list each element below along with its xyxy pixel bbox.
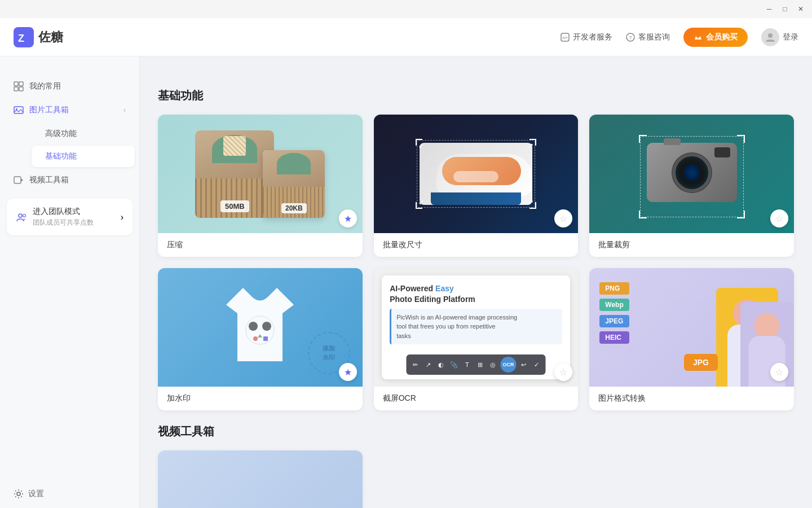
video-icon [14, 175, 24, 185]
svg-point-20 [249, 322, 258, 331]
close-button[interactable]: ✕ [794, 2, 807, 16]
card-video-1[interactable] [158, 450, 363, 508]
compress-small-img: 20KB [263, 150, 325, 218]
card-watermark[interactable]: 添加水印 ★ 加水印 [158, 268, 363, 410]
ocr-tool-clip: 📎 [448, 359, 460, 370]
compress-big-img: 50MB [195, 130, 274, 218]
titlebar: ─ □ ✕ [0, 0, 812, 18]
ocr-tool-arrow: ↗ [422, 359, 434, 370]
card-compress-image: 50MB 20KB ★ [158, 115, 363, 233]
logo-text: 佐糖 [38, 29, 63, 46]
badge-webp: Webp [599, 299, 629, 311]
svg-rect-12 [14, 107, 23, 113]
help-icon: ? [626, 33, 635, 42]
ocr-tool-pen: ✏ [409, 359, 421, 370]
video-cards-grid [158, 450, 794, 508]
logo[interactable]: Z 佐糖 [14, 27, 63, 47]
card-crop-image: ☆ [589, 115, 794, 233]
format-star-btn[interactable]: ☆ [770, 363, 788, 381]
maximize-button[interactable]: □ [778, 2, 792, 16]
tshirt-svg [209, 277, 311, 378]
star-empty-icon: ☆ [559, 213, 567, 224]
watermark-label: 加水印 [158, 387, 363, 410]
compress-big-label: 50MB [220, 200, 249, 212]
svg-point-17 [23, 214, 26, 217]
card-compress[interactable]: 50MB 20KB ★ 压缩 [158, 115, 363, 257]
ocr-tool-blur: ◎ [487, 359, 498, 370]
watermark-text: 添加水印 [323, 344, 335, 362]
ocr-button[interactable]: OCR [500, 357, 516, 373]
crown-icon [694, 33, 703, 42]
ocr-tool-text: T [461, 359, 473, 370]
sidebar: 我的常用 图片工具箱 › 高级功能 基础功能 视频工具箱 [0, 18, 140, 508]
svg-point-13 [16, 108, 17, 110]
image-toolbox-icon [14, 105, 24, 115]
star-empty-icon: ☆ [559, 367, 567, 378]
ocr-title: AI-Powered EasyPhoto Editing Platform [390, 283, 562, 305]
header-nav: API 开发者服务 ? 客服咨询 会员购买 [561, 28, 798, 47]
app-body: Z 佐糖 API 开发者服务 ? 客服咨询 [0, 18, 812, 508]
basic-section-title: 基础功能 [158, 88, 794, 103]
api-icon: API [561, 33, 570, 42]
compress-small-label: 20KB [281, 203, 307, 213]
svg-marker-15 [21, 178, 23, 182]
sidebar-item-video-toolbox[interactable]: 视频工具箱 [0, 168, 139, 192]
sidebar-sub-menu: 高级功能 基础功能 [0, 122, 139, 168]
badge-jpeg: JPEG [599, 315, 629, 327]
sidebar-team-mode[interactable]: 进入团队模式 团队成员可共享点数 › [7, 199, 133, 235]
login-area[interactable]: 登录 [761, 28, 798, 46]
settings-icon [14, 489, 24, 499]
ocr-tool-grid: ⊞ [474, 359, 486, 370]
video-section-title: 视频工具箱 [158, 424, 794, 439]
sidebar-settings[interactable]: 设置 [0, 480, 139, 508]
user-icon [765, 32, 776, 43]
grid-icon [14, 81, 24, 91]
svg-rect-11 [19, 87, 23, 91]
card-watermark-image: 添加水印 ★ [158, 268, 363, 387]
card-crop[interactable]: ☆ 批量裁剪 [589, 115, 794, 257]
compress-label: 压缩 [158, 233, 363, 257]
minimize-button[interactable]: ─ [762, 2, 776, 16]
sidebar-item-advanced[interactable]: 高级功能 [32, 123, 135, 144]
svg-rect-14 [14, 177, 21, 183]
basic-cards-grid: 50MB 20KB ★ 压缩 [158, 115, 794, 410]
ocr-star-btn[interactable]: ☆ [554, 363, 572, 381]
card-video-1-image [158, 450, 363, 508]
watermark-star-btn[interactable]: ★ [339, 363, 357, 381]
team-icon [16, 212, 27, 223]
resize-label: 批量改尺寸 [374, 233, 579, 257]
star-empty-icon: ☆ [775, 213, 783, 224]
star-empty-icon: ☆ [775, 367, 783, 378]
ocr-tool-undo: ↩ [518, 359, 529, 370]
avatar [761, 28, 779, 46]
badge-png: PNG [599, 282, 629, 295]
ocr-tool-highlight: ◐ [435, 359, 447, 370]
sidebar-item-image-toolbox[interactable]: 图片工具箱 › [0, 98, 139, 122]
svg-text:API: API [562, 36, 568, 40]
card-resize-image: ↙ ↗ ↙ ↗ ☆ [374, 115, 579, 233]
card-format[interactable]: PNG Webp JPEG HEIC [589, 268, 794, 410]
ocr-tool-check: ✓ [531, 359, 542, 370]
badge-heic: HEIC [599, 331, 629, 344]
svg-text:?: ? [629, 35, 632, 41]
svg-rect-8 [14, 82, 18, 86]
sidebar-item-basic[interactable]: 基础功能 [32, 146, 135, 167]
svg-point-18 [17, 492, 20, 496]
svg-rect-10 [14, 87, 18, 91]
compress-star-btn[interactable]: ★ [339, 209, 357, 227]
card-ocr[interactable]: AI-Powered EasyPhoto Editing Platform Pi… [374, 268, 579, 410]
ocr-label: 截屏OCR [374, 387, 579, 410]
svg-rect-9 [19, 82, 23, 86]
card-resize[interactable]: ↙ ↗ ↙ ↗ ☆ 批量改尺寸 [374, 115, 579, 257]
developer-nav[interactable]: API 开发者服务 [561, 32, 612, 42]
vip-button[interactable]: 会员购买 [683, 28, 748, 47]
team-chevron-icon: › [121, 212, 123, 222]
format-label: 图片格式转换 [589, 387, 794, 410]
sidebar-item-my-common[interactable]: 我的常用 [0, 75, 139, 98]
svg-marker-6 [695, 36, 701, 40]
logo-icon: Z [14, 27, 34, 47]
support-nav[interactable]: ? 客服咨询 [626, 32, 670, 42]
svg-point-21 [262, 322, 271, 331]
svg-point-22 [253, 336, 258, 341]
crop-star-btn[interactable]: ☆ [770, 209, 788, 227]
